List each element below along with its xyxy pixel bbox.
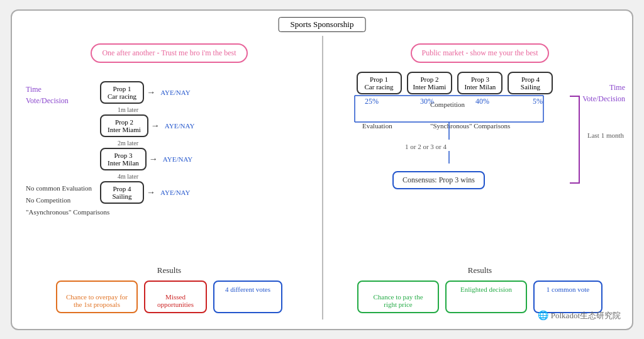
left-results-row: Chance to overpay for the 1st proposals … bbox=[18, 281, 320, 313]
prop1-row: Prop 1Car racing → AYE/NAY bbox=[100, 81, 191, 104]
right-results-row: Chance to pay the right price Enlighted … bbox=[330, 281, 630, 313]
prop3-box: Prop 3Inter Milan bbox=[100, 148, 147, 170]
watermark: 🌐 Polkadot生态研究院 bbox=[538, 310, 621, 321]
interval-3: 4m later bbox=[118, 173, 138, 180]
right-prop1: Prop 1Car racing bbox=[357, 72, 402, 94]
svg-text:"Synchronous" Comparisons: "Synchronous" Comparisons bbox=[430, 122, 510, 130]
right-section: Public market - show me your the best Pr… bbox=[330, 36, 630, 320]
aye-nay-2: AYE/NAY bbox=[165, 122, 194, 130]
right-bracket bbox=[570, 96, 580, 184]
left-result-3: 4 different votes bbox=[213, 281, 282, 313]
right-result-3: 1 common vote bbox=[533, 281, 602, 313]
watermark-icon: 🌐 bbox=[538, 310, 548, 321]
left-section: One after another - Trust me bro i'm the… bbox=[18, 36, 320, 320]
right-time-label: Time Vote/Decision bbox=[582, 70, 625, 104]
right-prop2: Prop 2Inter Miami bbox=[407, 72, 453, 94]
last-month: Last 1 month bbox=[587, 131, 624, 139]
right-result-1: Chance to pay the right price bbox=[357, 281, 439, 313]
aye-nay-4: AYE/NAY bbox=[160, 189, 190, 196]
svg-text:1 or 2 or 3 or 4: 1 or 2 or 3 or 4 bbox=[405, 143, 447, 150]
arrow1: → bbox=[147, 87, 155, 97]
left-banner: One after another - Trust me bro i'm the… bbox=[91, 43, 247, 63]
left-results-title: Results bbox=[18, 265, 320, 275]
divider bbox=[322, 36, 323, 320]
left-notes: No common Evaluation No Competition "Asy… bbox=[26, 171, 109, 218]
right-result-2: Enlighted decision bbox=[445, 281, 527, 313]
consensus-box: Consensus: Prop 3 wins bbox=[392, 171, 485, 189]
arrow2: → bbox=[151, 121, 160, 131]
right-prop3: Prop 3Inter Milan bbox=[457, 72, 502, 94]
left-result-1: Chance to overpay for the 1st proposals bbox=[56, 281, 138, 313]
aye-nay-3: AYE/NAY bbox=[163, 155, 192, 163]
left-time-label: Time Vote/Decision bbox=[26, 72, 69, 106]
watermark-text: Polkadot生态研究院 bbox=[551, 310, 621, 321]
title-box: Sports Sponsorship bbox=[279, 17, 366, 32]
main-container: Sports Sponsorship One after another - T… bbox=[11, 9, 633, 330]
prop2-row: Prop 2Inter Miami → AYE/NAY bbox=[100, 114, 194, 137]
aye-nay-1: AYE/NAY bbox=[160, 89, 190, 96]
prop4-row: Prop 4Sailing → AYE/NAY bbox=[100, 181, 190, 204]
left-result-2: Missed opportunities bbox=[144, 281, 207, 313]
right-results-title: Results bbox=[330, 265, 630, 275]
interval-1: 1m later bbox=[118, 106, 138, 113]
interval-2: 2m later bbox=[118, 140, 138, 147]
arrow4: → bbox=[147, 187, 155, 197]
title-text: Sports Sponsorship bbox=[291, 19, 354, 29]
prop2-box: Prop 2Inter Miami bbox=[100, 114, 148, 137]
arrow3: → bbox=[149, 154, 158, 164]
right-prop4: Prop 4Sailing bbox=[508, 72, 553, 94]
svg-text:Evaluation: Evaluation bbox=[362, 122, 392, 130]
right-banner: Public market - show me your the best bbox=[411, 43, 550, 63]
prop3-row: Prop 3Inter Milan → AYE/NAY bbox=[100, 148, 192, 170]
prop1-box: Prop 1Car racing bbox=[100, 81, 144, 104]
right-props-row: Prop 1Car racing Prop 2Inter Miami Prop … bbox=[330, 72, 580, 94]
svg-text:Competition: Competition bbox=[430, 101, 465, 108]
